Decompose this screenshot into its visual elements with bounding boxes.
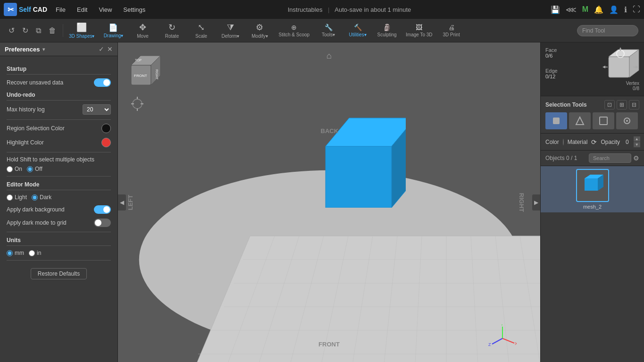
tool-deform[interactable]: ⧩ Deform▾ [216, 20, 244, 41]
editor-mode-dark[interactable]: Dark [32, 194, 51, 201]
tool-utilities[interactable]: 🔨 Utilities▾ [343, 20, 372, 41]
svg-line-41 [502, 338, 514, 343]
svg-marker-53 [602, 66, 605, 68]
tool-3dprint[interactable]: 🖨 3D Print [437, 20, 466, 41]
hold-shift-label: Hold Shift to select multiple objects [7, 156, 111, 163]
objects-area: Objects 0 / 1 ⚙ mesh_2 [541, 151, 644, 362]
find-tool-input[interactable] [577, 25, 638, 36]
opacity-down-button[interactable]: ▼ [634, 142, 640, 147]
save-icon[interactable]: 💾 [551, 5, 560, 14]
apply-dark-grid-toggle[interactable] [94, 219, 111, 227]
tool-modify[interactable]: ⚙ Modify▾ [245, 20, 274, 41]
hold-shift-off-radio[interactable] [27, 166, 33, 172]
fullscreen-icon[interactable]: ⛶ [633, 5, 640, 14]
tool-imageto3d[interactable]: 🖼 Image To 3D [402, 20, 436, 41]
editor-mode-dark-label: Dark [40, 194, 51, 201]
sel-icon-2[interactable]: ⊞ [617, 100, 627, 109]
units-mm-radio[interactable] [7, 250, 13, 256]
recover-unsaved-toggle[interactable] [94, 78, 111, 87]
hold-shift-on-radio[interactable] [7, 166, 13, 172]
sel-mode-object[interactable] [545, 112, 567, 129]
recover-unsaved-label: Recover unsaved data [7, 79, 63, 86]
units-in[interactable]: in [29, 250, 41, 256]
hold-shift-off[interactable]: Off [27, 166, 42, 172]
delete-button[interactable]: 🗑 [46, 24, 59, 37]
undo-redo-group: ↺ ↻ ⧉ 🗑 [2, 24, 63, 37]
svg-point-61 [626, 120, 628, 122]
hold-shift-on[interactable]: On [7, 166, 22, 172]
sel-mode-face[interactable] [569, 112, 591, 129]
sel-icon-1[interactable]: ⊡ [604, 100, 615, 109]
canvas-area[interactable]: FRONT RIGHT BACK LEFT FRONT TOP RIGHT ⌂ [118, 42, 540, 362]
menu-edit[interactable]: Edit [74, 4, 90, 15]
editor-mode-light[interactable]: Light [7, 194, 27, 201]
view-cube-area: Face 0/6 Edge 0/12 [541, 42, 644, 96]
editor-mode-dark-radio[interactable] [32, 194, 38, 201]
color-dot[interactable] [563, 139, 564, 145]
units-mm[interactable]: mm [7, 250, 24, 256]
pan-gizmo-svg [130, 94, 144, 113]
editor-mode-light-radio[interactable] [7, 194, 13, 201]
topbar: ✂ SelfCAD File Edit View Settings Instru… [0, 0, 644, 19]
user-icon[interactable]: 👤 [609, 5, 619, 14]
selection-tools-label: Selection Tools [545, 101, 587, 108]
hold-shift-section: Hold Shift to select multiple objects On… [7, 156, 111, 172]
region-selection-color-swatch[interactable] [101, 124, 111, 133]
tool-stitch[interactable]: ⊕ Stitch & Scoop [275, 20, 313, 41]
object-item-mesh2[interactable]: mesh_2 [541, 166, 644, 212]
apply-dark-bg-toggle[interactable] [94, 205, 111, 214]
tool-move[interactable]: ✥ Move [128, 20, 157, 41]
tool-sculpting[interactable]: 🗿 Sculpting [373, 20, 401, 41]
sculpting-label: Sculpting [377, 32, 397, 37]
find-tool-container [577, 25, 638, 36]
objects-settings-icon[interactable]: ⚙ [633, 154, 639, 162]
home-button[interactable]: ⌂ [326, 51, 332, 61]
undo-button[interactable]: ↺ [6, 24, 17, 37]
modify-label: Modify▾ [251, 34, 268, 39]
label-left: LEFT [127, 194, 134, 210]
duplicate-button[interactable]: ⧉ [33, 24, 44, 37]
nav-cube[interactable]: FRONT TOP RIGHT [126, 51, 164, 90]
sel-mode-vertex[interactable] [616, 112, 638, 129]
topbar-right: 💾 ⋘ M 🔔 👤 ℹ ⛶ [551, 5, 640, 14]
units-in-radio[interactable] [29, 250, 35, 256]
max-history-select[interactable]: 20 50 100 [83, 104, 111, 115]
label-right: RIGHT [518, 193, 525, 211]
redo-button[interactable]: ↻ [19, 24, 31, 37]
view-cube-3d[interactable]: Vertex 0/8 [602, 47, 639, 91]
3dprint-label: 3D Print [443, 32, 460, 37]
tool-tools[interactable]: 🔧 Tools▾ [314, 20, 343, 41]
menu-file[interactable]: File [53, 4, 68, 15]
material-icon[interactable]: ⟳ [591, 138, 597, 146]
tools-label: Tools▾ [322, 32, 335, 37]
editor-mode-section-title: Editor Mode [7, 181, 111, 190]
highlight-color-swatch[interactable] [101, 138, 111, 147]
opacity-up-button[interactable]: ▲ [634, 136, 640, 142]
sel-icon-3[interactable]: ⊟ [629, 100, 639, 109]
tool-scale[interactable]: ⤡ Scale [187, 20, 215, 41]
menu-view[interactable]: View [96, 4, 115, 15]
collapse-right-button[interactable]: ▶ [532, 194, 540, 210]
axis-indicator: X Y Z [488, 324, 517, 353]
divider-5 [7, 260, 111, 261]
collapse-left-button[interactable]: ◀ [118, 194, 126, 210]
restore-defaults-button[interactable]: Restore Defaults [31, 268, 87, 279]
panel-close-button[interactable]: ✕ [107, 45, 113, 53]
pan-gizmo[interactable] [130, 94, 144, 115]
tool-drawing[interactable]: 📄 Drawing▾ [99, 20, 127, 41]
tool-rotate[interactable]: ↻ Rotate [158, 20, 186, 41]
svg-marker-56 [619, 47, 622, 50]
sel-mode-edge[interactable] [593, 112, 614, 129]
share-icon[interactable]: ⋘ [566, 5, 577, 14]
divider-2 [7, 152, 111, 152]
modify-icon: ⚙ [256, 22, 263, 33]
menu-settings[interactable]: Settings [120, 4, 148, 15]
info-icon[interactable]: ℹ [624, 5, 627, 14]
m-icon[interactable]: M [582, 5, 588, 14]
bell-icon[interactable]: 🔔 [594, 5, 603, 14]
left-panel: Preferences ▾ ✓ ✕ Startup Recover unsave… [0, 42, 118, 362]
objects-search-input[interactable] [589, 153, 631, 163]
tool-3dshapes[interactable]: ⬜ 3D Shapes▾ [65, 20, 98, 41]
panel-check-button[interactable]: ✓ [99, 45, 104, 53]
tools-icon: 🔧 [325, 24, 333, 31]
